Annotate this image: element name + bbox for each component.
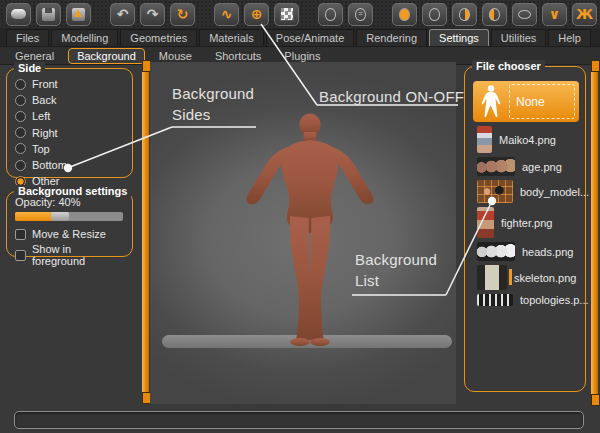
checkerboard-icon: [280, 7, 294, 21]
status-bar: [14, 411, 584, 429]
file-item-label: heads.png: [522, 246, 573, 258]
topologies-thumbnail-icon: [477, 294, 513, 306]
tab-modelling[interactable]: Modelling: [51, 29, 118, 46]
radio-icon: [15, 79, 26, 90]
tab-pose-animate[interactable]: Pose/Animate: [266, 29, 354, 46]
checkbox-icon: [15, 229, 26, 240]
file-item-maiko4-png[interactable]: Maiko4.png: [477, 126, 579, 153]
tab-utilities[interactable]: Utilities: [491, 29, 546, 46]
tab-files[interactable]: Files: [6, 29, 49, 46]
load-button[interactable]: [66, 3, 91, 26]
age-thumbnail-icon: [477, 157, 515, 176]
radio-label: Right: [32, 127, 58, 139]
background-settings-title: Background settings: [14, 185, 131, 197]
radio-option-back[interactable]: Back: [15, 92, 132, 108]
file-item-label: fighter.png: [501, 217, 552, 229]
toolbar-separator: [304, 3, 313, 26]
head-top-icon: [518, 10, 531, 19]
stick-figure-icon: Ж: [576, 7, 593, 21]
head-left-half-icon: [489, 8, 500, 21]
undo-button[interactable]: ↶: [110, 3, 135, 26]
tab-rendering[interactable]: Rendering: [356, 29, 427, 46]
heads-thumbnail-icon: [477, 242, 515, 261]
tab-help[interactable]: Help: [548, 29, 591, 46]
symmetry-button[interactable]: [348, 3, 373, 26]
floppy-load-icon: [72, 8, 85, 21]
file-item-body-model[interactable]: body_model...: [477, 180, 579, 203]
tab-geometries[interactable]: Geometries: [120, 29, 197, 46]
tab-materials[interactable]: Materials: [199, 29, 264, 46]
bottom-view-button[interactable]: ∨: [542, 3, 567, 26]
side-group-title: Side: [14, 62, 45, 74]
checkbox-label: Show in foreground: [32, 243, 124, 267]
wireframe-globe-button[interactable]: ⊕: [244, 3, 269, 26]
radio-icon: [15, 95, 26, 106]
globe-icon: ⊕: [251, 7, 263, 21]
redo-button[interactable]: ↷: [140, 3, 165, 26]
radio-label: Bottom: [32, 159, 67, 171]
tab-settings[interactable]: Settings: [429, 29, 489, 46]
front-view-button[interactable]: [392, 3, 417, 26]
radio-label: Back: [32, 94, 56, 106]
fighter-thumbnail-icon: [477, 207, 494, 238]
reset-button[interactable]: ↻: [170, 3, 195, 26]
radio-option-top[interactable]: Top: [15, 141, 132, 157]
radio-option-front[interactable]: Front: [15, 76, 132, 92]
new-mesh-button[interactable]: [6, 3, 31, 26]
human-model: [235, 112, 385, 352]
radio-option-bottom[interactable]: Bottom: [15, 157, 132, 173]
left-view-button[interactable]: [482, 3, 507, 26]
side-groupbox: Side FrontBackLeftRightTopBottomOther: [6, 68, 133, 178]
radio-icon: [15, 160, 26, 171]
toolbar-separator: [200, 3, 209, 26]
background-toggle-button[interactable]: [274, 3, 299, 26]
head-outline-icon: [429, 8, 440, 21]
file-item-none-label: None: [509, 84, 575, 119]
viewport-3d[interactable]: [150, 62, 456, 404]
back-view-button[interactable]: [422, 3, 447, 26]
main-toolbar: ↶↷↻∿⊕∨Ж?: [0, 0, 600, 28]
right-view-button[interactable]: [452, 3, 477, 26]
file-item-label: topologies.p...: [520, 294, 589, 306]
file-item-label: skeleton.png: [514, 272, 576, 284]
radio-option-left[interactable]: Left: [15, 108, 132, 124]
file-item-none-selected[interactable]: None: [473, 81, 579, 122]
checkbox-icon: [15, 250, 26, 261]
new-document-icon: [11, 9, 26, 19]
radio-icon: [15, 111, 26, 122]
background-settings-checkboxes: Move & ResizeShow in foreground: [15, 226, 124, 263]
file-chooser-title: File chooser: [472, 60, 545, 72]
head-arrow-icon: [325, 8, 336, 21]
radio-label: Left: [32, 110, 50, 122]
checkbox-show-in-foreground[interactable]: Show in foreground: [15, 247, 124, 263]
opacity-slider-handle[interactable]: [51, 212, 69, 221]
tab-background[interactable]: Background: [68, 48, 145, 64]
reset-circular-arrow-icon: ↻: [177, 7, 189, 21]
toolbar-separator: [96, 3, 105, 26]
file-item-heads-png[interactable]: heads.png: [477, 242, 579, 261]
smooth-toggle-button[interactable]: ∿: [214, 3, 239, 26]
rotate-view-button[interactable]: [318, 3, 343, 26]
file-item-topologies-p[interactable]: topologies.p...: [477, 294, 579, 306]
redo-arrow-icon: ↷: [147, 7, 159, 21]
left-panel-splitter[interactable]: [142, 60, 149, 404]
side-radio-list: FrontBackLeftRightTopBottomOther: [15, 76, 132, 189]
checkbox-move-resize[interactable]: Move & Resize: [15, 226, 124, 242]
undo-arrow-icon: ↶: [117, 7, 129, 21]
head-right-half-icon: [459, 8, 470, 21]
global-pose-button[interactable]: Ж: [572, 3, 597, 26]
file-item-label: body_model...: [520, 186, 589, 198]
file-item-age-png[interactable]: age.png: [477, 157, 579, 176]
file-item-fighter-png[interactable]: fighter.png: [477, 207, 579, 238]
makehuman-window: { "window": { "bg": "#393939" }, "colors…: [0, 0, 600, 433]
file-item-skeleton-png[interactable]: skeleton.png: [477, 265, 579, 290]
file-list: Maiko4.pngage.pngbody_model...fighter.pn…: [471, 126, 579, 306]
opacity-slider[interactable]: [15, 212, 123, 221]
save-button[interactable]: [36, 3, 61, 26]
right-panel-scrollbar[interactable]: [591, 60, 598, 406]
radio-label: Top: [32, 143, 50, 155]
head-equals-icon: [355, 8, 366, 21]
top-view-button[interactable]: [512, 3, 537, 26]
radio-option-right[interactable]: Right: [15, 125, 132, 141]
maiko-thumbnail-icon: [477, 126, 492, 153]
